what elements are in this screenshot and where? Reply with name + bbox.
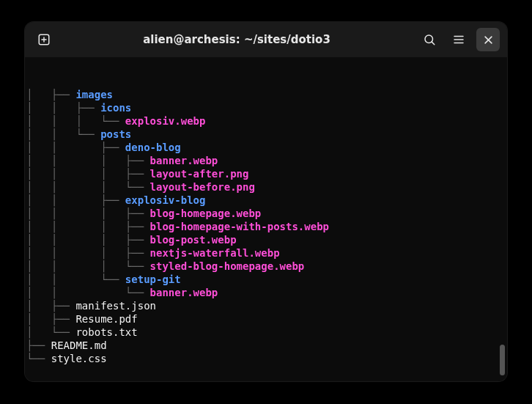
- tree-line: │ ├── manifest.json: [26, 299, 506, 312]
- tree-branch-glyph: │ ├──: [26, 88, 75, 101]
- tree-image-name: nextjs-waterfall.webp: [150, 246, 280, 260]
- tree-branch-glyph: │ │ └──: [26, 286, 150, 299]
- tree-branch-glyph: │ │ ├──: [26, 141, 125, 154]
- tree-dir-name: icons: [100, 101, 131, 114]
- tree-file-name: Resume.pdf: [75, 312, 137, 326]
- tree-branch-glyph: │ ├──: [26, 312, 75, 326]
- tree-branch-glyph: │ │ │ └──: [26, 260, 150, 273]
- tree-image-name: banner.webp: [150, 286, 218, 299]
- tree-branch-glyph: │ │ ├──: [26, 194, 125, 207]
- tree-file-name: README.md: [51, 339, 107, 352]
- tree-image-name: blog-homepage-with-posts.webp: [150, 220, 329, 233]
- tree-branch-glyph: │ │ │ ├──: [26, 233, 150, 246]
- tree-branch-glyph: │ │ └──: [26, 128, 100, 141]
- tree-line: │ ├── Resume.pdf: [26, 312, 506, 326]
- tree-branch-glyph: │ │ │ ├──: [26, 154, 150, 167]
- hamburger-icon: [452, 33, 465, 46]
- titlebar: alien@archesis: ~/sites/dotio3: [25, 22, 507, 57]
- search-icon: [423, 33, 436, 46]
- tree-branch-glyph: │ │ │ ├──: [26, 207, 150, 220]
- tree-line: │ │ │ ├── banner.webp: [26, 154, 506, 167]
- tree-line: │ │ │ ├── blog-post.webp: [26, 233, 506, 246]
- tree-line: │ │ └── banner.webp: [26, 286, 506, 299]
- tree-branch-glyph: │ │ ├──: [26, 101, 100, 114]
- terminal-viewport[interactable]: │ ├── images│ │ ├── icons│ │ │ └── explo…: [25, 57, 507, 381]
- tree-line: │ └── robots.txt: [26, 326, 506, 339]
- tree-branch-glyph: ├──: [26, 339, 51, 352]
- tree-branch-glyph: │ │ │ ├──: [26, 246, 150, 260]
- scrollbar-thumb[interactable]: [500, 345, 505, 375]
- window-title: alien@archesis: ~/sites/dotio3: [62, 33, 412, 46]
- tree-branch-glyph: │ └──: [26, 326, 75, 339]
- tree-image-name: layout-before.png: [150, 180, 255, 194]
- terminal-window: alien@archesis: ~/sites/dotio3 │ ├── ima…: [25, 22, 507, 381]
- tree-image-name: blog-post.webp: [150, 233, 237, 246]
- tree-line: │ │ │ ├── blog-homepage.webp: [26, 207, 506, 220]
- tree-line: │ │ └── posts: [26, 128, 506, 141]
- search-button[interactable]: [418, 28, 441, 51]
- tree-line: └── style.css: [26, 352, 506, 365]
- tree-line: │ │ │ └── layout-before.png: [26, 180, 506, 194]
- tree-dir-name: images: [75, 88, 113, 101]
- tree-line: │ │ │ └── explosiv.webp: [26, 114, 506, 128]
- tree-dir-name: setup-git: [125, 273, 181, 286]
- tree-line: │ │ ├── deno-blog: [26, 141, 506, 154]
- tree-line: │ │ └── setup-git: [26, 273, 506, 286]
- tree-dir-name: deno-blog: [125, 141, 181, 154]
- tree-image-name: layout-after.png: [150, 167, 249, 180]
- tree-dir-name: posts: [100, 128, 131, 141]
- close-button[interactable]: [476, 28, 500, 51]
- tree-line: │ ├── images: [26, 88, 506, 101]
- tree-file-name: style.css: [51, 352, 107, 365]
- tree-file-name: manifest.json: [75, 299, 156, 312]
- terminal-output: │ ├── images│ │ ├── icons│ │ │ └── explo…: [25, 57, 507, 381]
- tree-image-name: styled-blog-homepage.webp: [150, 260, 305, 273]
- tree-branch-glyph: │ │ └──: [26, 273, 125, 286]
- tree-branch-glyph: │ │ │ └──: [26, 180, 150, 194]
- tree-line: │ │ ├── icons: [26, 101, 506, 114]
- tree-branch-glyph: │ │ │ ├──: [26, 220, 150, 233]
- tree-line: │ │ │ ├── nextjs-waterfall.webp: [26, 246, 506, 260]
- tree-image-name: banner.webp: [150, 154, 218, 167]
- plus-square-icon: [37, 33, 51, 46]
- menu-button[interactable]: [447, 28, 470, 51]
- tree-image-name: explosiv.webp: [125, 114, 206, 128]
- tree-branch-glyph: │ ├──: [26, 299, 75, 312]
- tree-branch-glyph: └──: [26, 352, 51, 365]
- tree-branch-glyph: │ │ │ ├──: [26, 167, 150, 180]
- tree-file-name: robots.txt: [75, 326, 137, 339]
- tree-branch-glyph: │ │ │ └──: [26, 114, 125, 128]
- svg-line-4: [432, 42, 435, 45]
- tree-line: │ │ │ ├── layout-after.png: [26, 167, 506, 180]
- close-icon: [483, 34, 494, 45]
- tree-dir-name: explosiv-blog: [125, 194, 206, 207]
- new-tab-button[interactable]: [32, 28, 56, 51]
- tree-line: │ │ │ ├── blog-homepage-with-posts.webp: [26, 220, 506, 233]
- tree-line: │ │ │ └── styled-blog-homepage.webp: [26, 260, 506, 273]
- tree-image-name: blog-homepage.webp: [150, 207, 262, 220]
- tree-line: ├── README.md: [26, 339, 506, 352]
- tree-line: │ │ ├── explosiv-blog: [26, 194, 506, 207]
